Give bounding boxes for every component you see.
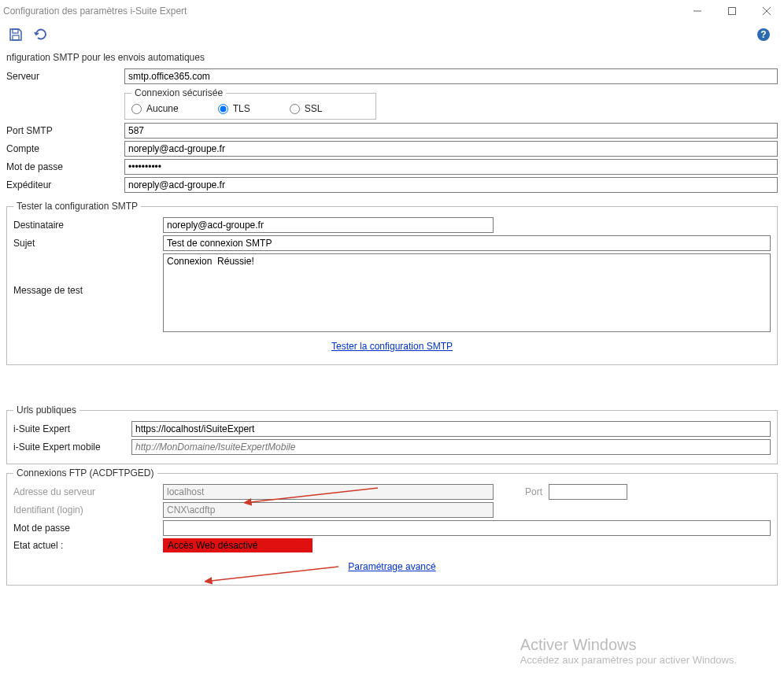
secure-connection-legend: Connexion sécurisée xyxy=(131,87,226,98)
port-input[interactable] xyxy=(124,123,778,139)
ftp-password-input[interactable] xyxy=(163,520,771,536)
help-icon[interactable]: ? xyxy=(754,25,773,44)
test-smtp-legend: Tester la configuration SMTP xyxy=(13,201,141,212)
window-title: Configuration des paramètres i-Suite Exp… xyxy=(3,6,187,17)
account-label: Compte xyxy=(6,143,124,154)
isuite-mobile-url-input[interactable] xyxy=(131,439,771,455)
radio-ssl-label: SSL xyxy=(305,103,323,114)
ftp-advanced-link[interactable]: Paramétrage avancé xyxy=(13,555,771,578)
isuite-mobile-label: i-Suite Expert mobile xyxy=(13,442,131,453)
radio-option-none[interactable]: Aucune xyxy=(131,103,179,114)
radio-tls-label: TLS xyxy=(233,103,250,114)
isuite-url-input[interactable] xyxy=(131,421,771,437)
maximize-button[interactable] xyxy=(715,0,749,22)
recipient-label: Destinataire xyxy=(13,220,163,231)
port-label: Port SMTP xyxy=(6,125,124,136)
toolbar: ? xyxy=(0,22,784,47)
urls-legend: Urls publiques xyxy=(13,405,80,416)
radio-option-tls[interactable]: TLS xyxy=(218,103,250,114)
test-smtp-link[interactable]: Tester la configuration SMTP xyxy=(13,334,771,358)
windows-activation-watermark: Activer Windows Accédez aux paramètres p… xyxy=(520,636,737,666)
watermark-sub: Accédez aux paramètres pour activer Wind… xyxy=(520,654,737,666)
save-icon[interactable] xyxy=(6,25,25,44)
radio-none-label: Aucune xyxy=(146,103,179,114)
smtp-section-title: nfiguration SMTP pour les envois automat… xyxy=(0,47,784,66)
window-controls xyxy=(680,0,784,22)
isuite-label: i-Suite Expert xyxy=(13,423,131,434)
ftp-state-label: Etat actuel : xyxy=(13,540,163,551)
account-input[interactable] xyxy=(124,141,778,157)
minimize-button[interactable] xyxy=(680,0,715,22)
svg-text:?: ? xyxy=(760,29,766,40)
sender-input[interactable] xyxy=(124,177,778,193)
subject-input[interactable] xyxy=(163,235,771,251)
ftp-fieldset: Connexions FTP (ACDFTPGED) Adresse du se… xyxy=(6,467,778,586)
radio-none[interactable] xyxy=(131,104,142,114)
ftp-state-value: Accès Web désactivé xyxy=(163,538,312,552)
password-label: Mot de passe xyxy=(6,161,124,172)
svg-rect-1 xyxy=(729,8,736,15)
ftp-port-input[interactable] xyxy=(549,484,627,500)
password-input[interactable] xyxy=(124,159,778,175)
subject-label: Sujet xyxy=(13,238,163,249)
undo-icon[interactable] xyxy=(30,25,49,44)
watermark-title: Activer Windows xyxy=(520,636,737,654)
radio-ssl[interactable] xyxy=(290,104,300,114)
recipient-input[interactable] xyxy=(163,217,494,233)
ftp-server-label: Adresse du serveur xyxy=(13,486,163,497)
close-button[interactable] xyxy=(749,0,784,22)
radio-tls[interactable] xyxy=(218,104,228,114)
ftp-login-input xyxy=(163,502,494,518)
test-smtp-fieldset: Tester la configuration SMTP Destinatair… xyxy=(6,201,778,365)
secure-connection-group: Connexion sécurisée Aucune TLS SSL xyxy=(124,87,376,120)
message-label: Message de test xyxy=(13,253,163,296)
server-input[interactable] xyxy=(124,68,778,84)
ftp-password-label: Mot de passe xyxy=(13,523,163,534)
server-label: Serveur xyxy=(6,71,124,82)
titlebar: Configuration des paramètres i-Suite Exp… xyxy=(0,0,784,22)
sender-label: Expéditeur xyxy=(6,179,124,190)
urls-fieldset: Urls publiques i-Suite Expert i-Suite Ex… xyxy=(6,405,778,464)
ftp-port-label: Port xyxy=(525,486,542,497)
ftp-server-input xyxy=(163,484,494,500)
svg-rect-5 xyxy=(13,35,19,40)
ftp-legend: Connexions FTP (ACDFTPGED) xyxy=(13,467,157,479)
message-textarea[interactable] xyxy=(163,253,771,332)
ftp-login-label: Identifiant (login) xyxy=(13,504,163,515)
radio-option-ssl[interactable]: SSL xyxy=(290,103,323,114)
